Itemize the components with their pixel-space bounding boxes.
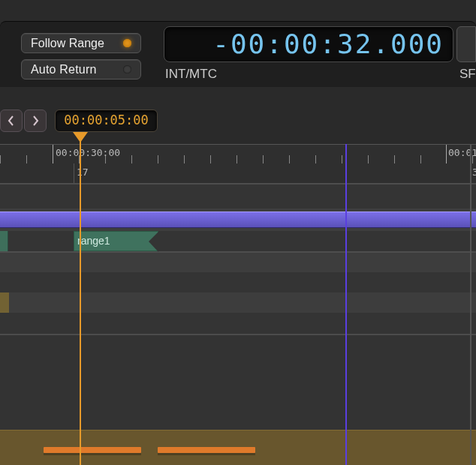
bar-label: 3 bbox=[472, 166, 476, 178]
audio-clip-shadow bbox=[158, 453, 255, 455]
timeline[interactable]: 00:00:30:00 00:01: 17 3 rang bbox=[0, 144, 476, 465]
lane[interactable] bbox=[0, 251, 476, 274]
gridline bbox=[470, 144, 471, 465]
main-timecode-display[interactable]: -00:00:32.000 bbox=[164, 26, 453, 62]
audio-clip-shadow bbox=[44, 453, 141, 455]
transport-panel: Follow Range Auto Return -00:00:32.000 I… bbox=[0, 21, 476, 88]
bar-label: 17 bbox=[77, 166, 89, 178]
ruler-label: 00:00:30:00 bbox=[56, 147, 120, 158]
ruler-label: 00:01: bbox=[448, 147, 476, 158]
cursor-timecode-display[interactable]: 00:00:05:00 bbox=[55, 110, 158, 132]
chevron-left-icon bbox=[7, 116, 16, 126]
led-on-icon bbox=[123, 39, 131, 47]
marker-lane[interactable] bbox=[0, 183, 476, 211]
bars-ruler[interactable]: 17 3 bbox=[0, 164, 476, 184]
clip-stub[interactable] bbox=[0, 292, 9, 313]
follow-range-label: Follow Range bbox=[31, 37, 104, 50]
tracks-area[interactable] bbox=[0, 334, 476, 431]
range-lane[interactable] bbox=[0, 231, 476, 252]
led-off-icon bbox=[123, 65, 131, 74]
range-region[interactable]: range1 bbox=[74, 231, 158, 251]
app-window: Follow Range Auto Return -00:00:32.000 I… bbox=[0, 0, 476, 465]
time-ruler[interactable]: 00:00:30:00 00:01: bbox=[0, 144, 476, 165]
follow-range-toggle[interactable]: Follow Range bbox=[21, 33, 141, 53]
range-end-marker[interactable] bbox=[0, 231, 8, 251]
lane[interactable] bbox=[0, 292, 476, 314]
lane[interactable] bbox=[0, 313, 476, 334]
locator-line[interactable] bbox=[345, 144, 347, 465]
lane[interactable] bbox=[0, 272, 476, 293]
sync-source-label: INT/MTC bbox=[165, 67, 217, 82]
chevron-right-icon bbox=[31, 116, 40, 126]
playhead[interactable] bbox=[80, 140, 81, 465]
auto-return-toggle[interactable]: Auto Return bbox=[21, 59, 141, 80]
speed-label: SF bbox=[459, 67, 476, 82]
auto-return-label: Auto Return bbox=[31, 63, 97, 76]
nav-prev-button[interactable] bbox=[0, 110, 23, 132]
arranger-section[interactable] bbox=[0, 212, 476, 228]
audio-clip[interactable] bbox=[44, 447, 141, 453]
nav-next-button[interactable] bbox=[24, 110, 47, 132]
range-region-label: range1 bbox=[77, 235, 110, 247]
speed-button[interactable] bbox=[456, 26, 476, 62]
secondary-toolbar: 00:00:05:00 bbox=[0, 87, 476, 142]
audio-clip[interactable] bbox=[158, 447, 255, 453]
